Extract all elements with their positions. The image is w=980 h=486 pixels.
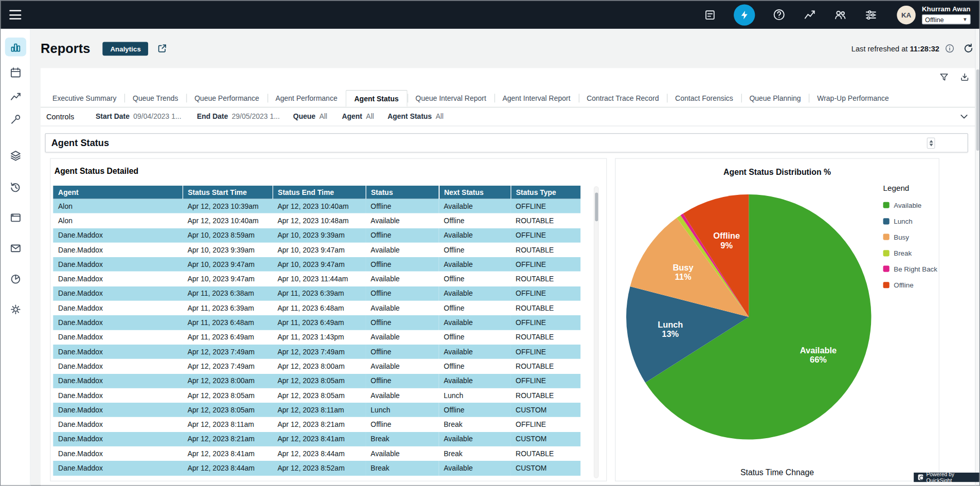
sidebar-item-browser-window[interactable] [5, 208, 26, 227]
column-header-status-end-time[interactable]: Status End Time [273, 186, 366, 199]
table-cell: Apr 11, 2023 1:43pm [273, 330, 366, 344]
table-cell: Break [439, 446, 511, 461]
column-header-status-start-time[interactable]: Status Start Time [183, 186, 273, 199]
control-agent-status[interactable]: Agent StatusAll [388, 113, 444, 120]
info-icon[interactable] [945, 44, 954, 53]
table-cell: Apr 12, 2023 8:00am [273, 359, 366, 373]
control-queue[interactable]: QueueAll [293, 113, 327, 120]
analytics-button[interactable]: Analytics [103, 42, 149, 56]
task-icon[interactable] [703, 8, 717, 22]
avatar[interactable]: KA [897, 6, 915, 24]
table-cell: Apr 12, 2023 7:49am [183, 359, 273, 373]
agent-status-table: AgentStatus Start TimeStatus End TimeSta… [53, 186, 580, 476]
legend-item-break[interactable]: Break [883, 249, 939, 257]
table-cell: OFFLINE [511, 345, 580, 359]
sidebar-item-trend-line[interactable] [5, 87, 26, 105]
table-cell: Dane.Maddox [53, 272, 183, 286]
table-scrollbar[interactable] [594, 186, 599, 478]
table-cell: CUSTOM [511, 461, 580, 475]
table-cell: Apr 12, 2023 10:39am [183, 199, 273, 213]
stepper-control[interactable] [927, 137, 935, 149]
control-start-date[interactable]: Start Date09/04/2023 1... [96, 113, 182, 120]
table-scrollbar-thumb[interactable] [595, 192, 598, 221]
tab-queue-performance[interactable]: Queue Performance [186, 90, 267, 107]
control-value: 29/05/2023 1... [232, 113, 280, 120]
table-row: Dane.MaddoxApr 12, 2023 8:44amApr 12, 20… [53, 461, 580, 475]
user-status-select[interactable]: Offline ▼ [922, 14, 971, 24]
column-header-status-type[interactable]: Status Type [511, 186, 580, 199]
table-cell: Apr 10, 2023 9:47am [183, 257, 273, 272]
legend-item-be-right-back[interactable]: Be Right Back [883, 265, 939, 273]
page-scrollbar-thumb[interactable] [976, 69, 979, 151]
filter-icon[interactable] [939, 72, 950, 83]
legend-item-available[interactable]: Available [883, 201, 939, 209]
refresh-icon[interactable] [963, 43, 974, 55]
legend-swatch [883, 250, 890, 256]
column-header-agent[interactable]: Agent [53, 186, 183, 199]
table-cell: Apr 10, 2023 9:47am [183, 272, 273, 286]
tab-wrap-up-performance[interactable]: Wrap-Up Performance [809, 90, 897, 107]
table-cell: OFFLINE [511, 199, 580, 213]
legend-item-offline[interactable]: Offline [883, 281, 939, 289]
sidebar-item-history[interactable] [5, 177, 26, 196]
control-value: All [366, 113, 374, 120]
legend-item-busy[interactable]: Busy [883, 233, 939, 241]
table-cell: Offline [366, 373, 439, 388]
tab-agent-status[interactable]: Agent Status [346, 90, 407, 107]
menu-icon[interactable] [9, 10, 21, 19]
table-cell: Apr 12, 2023 10:40am [183, 213, 273, 228]
column-header-next-status[interactable]: Next Status [439, 186, 511, 199]
table-cell: Apr 11, 2023 6:39am [183, 301, 273, 315]
sidebar-item-pie-usage[interactable] [5, 269, 26, 288]
sidebar-item-calendar[interactable] [5, 63, 26, 82]
sidebar-item-tools[interactable] [5, 110, 26, 129]
metrics-icon[interactable] [803, 8, 816, 22]
table-cell: Apr 12, 2023 8:05am [183, 388, 273, 403]
table-cell: Offline [439, 359, 511, 373]
tab-agent-performance[interactable]: Agent Performance [267, 90, 346, 107]
pie-label-busy: Busy11% [673, 263, 694, 281]
page-scrollbar[interactable] [975, 29, 979, 486]
table-cell: Lunch [439, 388, 511, 403]
page-header-bar: Reports Analytics Last refreshed at 11:2… [31, 29, 980, 68]
tab-contact-forensics[interactable]: Contact Forensics [667, 90, 741, 107]
table-cell: Dane.Maddox [53, 359, 183, 373]
controls-chevron-down-icon[interactable] [959, 112, 969, 121]
column-header-status[interactable]: Status [366, 186, 439, 199]
users-icon[interactable] [833, 8, 847, 22]
user-block: KA Khurram Awan Offline ▼ [897, 5, 970, 25]
flash-icon[interactable] [734, 4, 755, 25]
control-end-date[interactable]: End Date29/05/2023 1... [197, 113, 280, 120]
pie-chart: Available66%Lunch13%Busy11%Offline9% [624, 192, 873, 441]
table-cell: Break [439, 417, 511, 431]
page-title: Reports [41, 41, 90, 56]
table-cell: ROUTABLE [511, 359, 580, 373]
sidebar-item-mail[interactable] [5, 239, 26, 257]
tab-executive-summary[interactable]: Executive Summary [44, 90, 124, 107]
settings-sliders-icon[interactable] [864, 8, 878, 22]
control-label: End Date [197, 113, 228, 120]
help-icon[interactable] [772, 8, 786, 22]
table-cell: Break [366, 461, 439, 475]
tab-agent-interval-report[interactable]: Agent Interval Report [494, 90, 578, 107]
table-cell: Apr 12, 2023 8:41am [183, 446, 273, 461]
sidebar-item-gear[interactable] [5, 300, 26, 318]
download-icon[interactable] [959, 72, 970, 83]
table-cell: Apr 12, 2023 7:49am [183, 345, 273, 359]
tab-queue-planning[interactable]: Queue Planning [741, 90, 809, 107]
top-bar: KA Khurram Awan Offline ▼ [1, 1, 979, 29]
control-agent[interactable]: AgentAll [342, 113, 374, 120]
tab-queue-interval-report[interactable]: Queue Interval Report [407, 90, 494, 107]
legend-item-lunch[interactable]: Lunch [883, 217, 939, 225]
sidebar-item-analytics-bars[interactable] [5, 38, 26, 56]
sidebar-item-layers[interactable] [5, 146, 26, 165]
table-cell: Dane.Maddox [53, 286, 183, 300]
tab-contract-trace-record[interactable]: Contract Trace Record [578, 90, 667, 107]
table-cell: Available [366, 272, 439, 286]
table-cell: Apr 11, 2023 6:49am [183, 330, 273, 344]
tab-queue-trends[interactable]: Queue Trends [124, 90, 186, 107]
table-cell: Apr 12, 2023 8:21am [273, 417, 366, 431]
external-link-icon[interactable] [157, 43, 168, 54]
table-cell: Apr 12, 2023 8:21am [183, 432, 273, 446]
table-cell: Apr 11, 2023 6:48am [273, 301, 366, 315]
